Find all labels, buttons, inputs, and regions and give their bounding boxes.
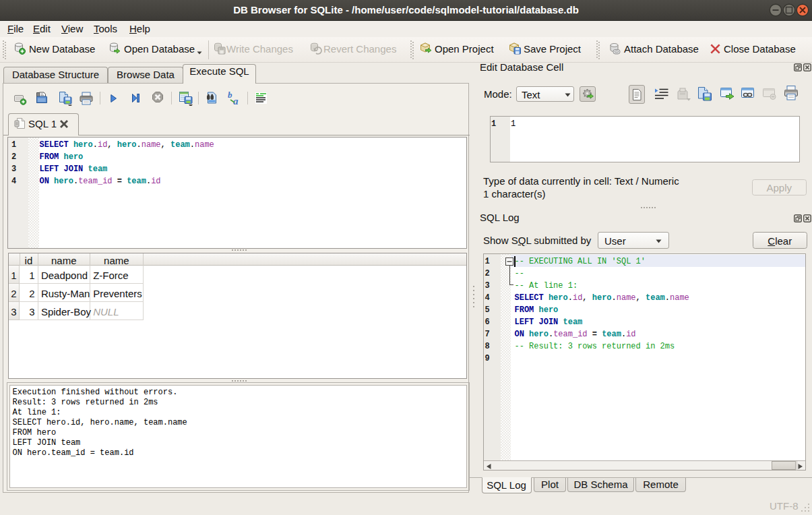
svg-text:b: b (228, 91, 232, 100)
svg-text:a: a (233, 96, 239, 106)
